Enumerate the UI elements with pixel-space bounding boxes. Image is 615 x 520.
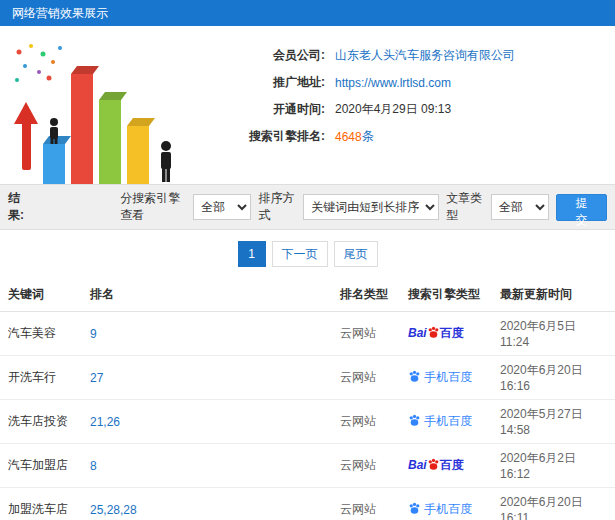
table-row: 加盟洗车店 25,28,28 云网站 手机百度 2020年6月20日 16:11 — [0, 488, 615, 520]
article-type-select[interactable]: 全部 — [491, 194, 549, 220]
promo-url-label: 推广地址: — [185, 74, 325, 91]
mobile-baidu-paw-icon — [408, 502, 421, 515]
submit-button[interactable]: 提交 — [556, 194, 607, 221]
updated-cell: 2020年6月2日 16:12 — [500, 451, 576, 481]
header-keyword: 关键词 — [0, 277, 82, 312]
result-label: 结果: — [8, 190, 32, 224]
article-type-label: 文章类型 — [446, 190, 484, 224]
baidu-paw-icon — [427, 458, 440, 471]
engine-filter-label: 分搜索引擎查看 — [120, 190, 186, 224]
company-label: 会员公司: — [185, 47, 325, 64]
keyword-cell: 开洗车行 — [8, 370, 56, 384]
up-arrow-icon — [14, 102, 38, 170]
engine-filter-select[interactable]: 全部 — [193, 194, 251, 220]
marketing-illustration — [0, 30, 185, 184]
baidu-paw-icon — [427, 326, 440, 339]
header-engine-type: 搜索引擎类型 — [400, 277, 492, 312]
table-row: 汽车美容 9 云网站 Bai百度 2020年6月5日 11:24 — [0, 312, 615, 356]
rank-type-cell: 云网站 — [340, 370, 376, 384]
baidu-logo-cn-text: 百度 — [440, 458, 464, 472]
company-link[interactable]: 山东老人头汽车服务咨询有限公司 — [335, 47, 515, 64]
person-figure-right — [161, 141, 171, 182]
mobile-baidu-logo: 手机百度 — [408, 370, 472, 384]
bar-chart-illustration — [5, 34, 180, 184]
engine-rank-label: 搜索引擎排名: — [185, 128, 325, 145]
keyword-cell: 加盟洗车店 — [8, 502, 68, 516]
keyword-cell: 汽车美容 — [8, 326, 56, 340]
baidu-logo-cn-text: 百度 — [440, 326, 464, 340]
rank-type-cell: 云网站 — [340, 458, 376, 472]
rank-link[interactable]: 8 — [90, 459, 97, 473]
updated-cell: 2020年6月5日 11:24 — [500, 319, 576, 349]
sort-filter-select[interactable]: 关键词由短到长排序 — [303, 194, 439, 220]
sort-filter-label: 排序方式 — [258, 190, 296, 224]
mobile-baidu-logo: 手机百度 — [408, 502, 472, 516]
promo-url-row: 推广地址: https://www.lrtlsd.com — [185, 69, 615, 96]
baidu-pc-logo: Bai百度 — [408, 458, 464, 472]
rank-link[interactable]: 25,28,28 — [90, 503, 137, 517]
rank-link[interactable]: 27 — [90, 371, 103, 385]
next-page-button[interactable]: 下一页 — [272, 241, 328, 267]
last-page-button[interactable]: 尾页 — [334, 241, 378, 267]
rank-type-cell: 云网站 — [340, 326, 376, 340]
table-row: 洗车店投资 21,26 云网站 手机百度 2020年5月27日 14:58 — [0, 400, 615, 444]
rank-type-cell: 云网站 — [340, 502, 376, 516]
filter-controls: 分搜索引擎查看 全部 排序方式 关键词由短到长排序 文章类型 全部 提交 — [120, 190, 607, 224]
chart-bars — [43, 66, 155, 184]
member-info-list: 会员公司: 山东老人头汽车服务咨询有限公司 推广地址: https://www.… — [185, 30, 615, 184]
table-row: 汽车加盟店 8 云网站 Bai百度 2020年6月2日 16:12 — [0, 444, 615, 488]
open-time-label: 开通时间: — [185, 101, 325, 118]
mobile-baidu-label: 手机百度 — [424, 502, 472, 516]
header-rank: 排名 — [82, 277, 332, 312]
baidu-logo-bai-text: Bai — [408, 458, 427, 472]
rank-type-cell: 云网站 — [340, 414, 376, 428]
page-header: 网络营销效果展示 — [0, 0, 615, 26]
keyword-cell: 汽车加盟店 — [8, 458, 68, 472]
mobile-baidu-paw-icon — [408, 414, 421, 427]
updated-cell: 2020年6月20日 16:11 — [500, 495, 583, 520]
info-section: 会员公司: 山东老人头汽车服务咨询有限公司 推广地址: https://www.… — [0, 26, 615, 184]
rank-link[interactable]: 9 — [90, 327, 97, 341]
rank-link[interactable]: 21,26 — [90, 415, 120, 429]
mobile-baidu-logo: 手机百度 — [408, 414, 472, 428]
mobile-baidu-label: 手机百度 — [424, 370, 472, 384]
engine-rank-count: 4648 — [335, 130, 362, 144]
baidu-pc-logo: Bai百度 — [408, 326, 464, 340]
mobile-baidu-label: 手机百度 — [424, 414, 472, 428]
table-row: 开洗车行 27 云网站 手机百度 2020年6月20日 16:16 — [0, 356, 615, 400]
updated-cell: 2020年5月27日 14:58 — [500, 407, 583, 437]
header-updated: 最新更新时间 — [492, 277, 615, 312]
open-time-value: 2020年4月29日 09:13 — [335, 101, 451, 118]
results-table: 关键词 排名 排名类型 搜索引擎类型 最新更新时间 汽车美容 9 云网站 Bai… — [0, 277, 615, 520]
table-header-row: 关键词 排名 排名类型 搜索引擎类型 最新更新时间 — [0, 277, 615, 312]
keyword-cell: 洗车店投资 — [8, 414, 68, 428]
header-rank-type: 排名类型 — [332, 277, 400, 312]
company-row: 会员公司: 山东老人头汽车服务咨询有限公司 — [185, 42, 615, 69]
baidu-logo-bai-text: Bai — [408, 326, 427, 340]
pagination: 1 下一页 尾页 — [0, 230, 615, 277]
mobile-baidu-paw-icon — [408, 370, 421, 383]
page-button-current[interactable]: 1 — [238, 241, 266, 267]
open-time-row: 开通时间: 2020年4月29日 09:13 — [185, 96, 615, 123]
page-title: 网络营销效果展示 — [12, 6, 108, 20]
filter-bar: 结果: 分搜索引擎查看 全部 排序方式 关键词由短到长排序 文章类型 全部 提交 — [0, 184, 615, 230]
engine-rank-unit: 条 — [362, 128, 374, 145]
promo-url-link[interactable]: https://www.lrtlsd.com — [335, 76, 451, 90]
confetti-dots — [15, 44, 62, 82]
engine-rank-row: 搜索引擎排名: 4648 条 — [185, 123, 615, 150]
updated-cell: 2020年6月20日 16:16 — [500, 363, 583, 393]
